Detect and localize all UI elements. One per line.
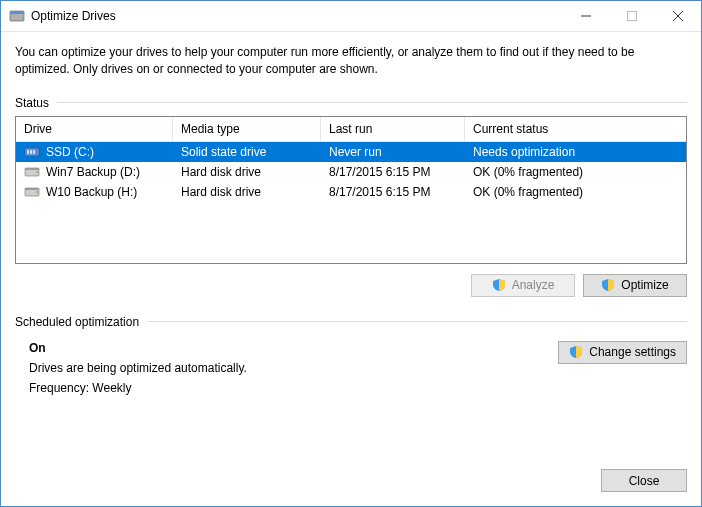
scheduled-frequency: Frequency: Weekly (29, 381, 558, 395)
footer: Close (15, 469, 687, 492)
svg-rect-4 (628, 12, 637, 21)
cell-drive: SSD (C:) (16, 144, 173, 160)
divider (147, 321, 687, 322)
shield-icon (492, 278, 506, 292)
optimize-label: Optimize (621, 278, 668, 292)
minimize-button[interactable] (563, 1, 609, 31)
hdd-icon (24, 164, 40, 180)
window-controls (563, 1, 701, 31)
table-row[interactable]: Win7 Backup (D:)Hard disk drive8/17/2015… (16, 162, 686, 182)
cell-status: OK (0% fragmented) (465, 165, 686, 179)
svg-rect-10 (33, 150, 35, 154)
hdd-icon (24, 184, 40, 200)
scheduled-label: Scheduled optimization (15, 315, 139, 329)
drives-table[interactable]: Drive Media type Last run Current status… (15, 116, 687, 264)
change-settings-button[interactable]: Change settings (558, 341, 687, 364)
window-body: You can optimize your drives to help you… (1, 32, 701, 506)
status-section-header: Status (15, 96, 687, 110)
scheduled-description: Drives are being optimized automatically… (29, 361, 558, 375)
shield-icon (601, 278, 615, 292)
close-button[interactable] (655, 1, 701, 31)
svg-rect-8 (27, 150, 29, 154)
ssd-icon (24, 144, 40, 160)
intro-text: You can optimize your drives to help you… (15, 44, 687, 78)
svg-rect-13 (25, 168, 39, 170)
cell-media: Hard disk drive (173, 185, 321, 199)
divider (57, 102, 687, 103)
cell-drive: W10 Backup (H:) (16, 184, 173, 200)
drive-name: Win7 Backup (D:) (46, 165, 140, 179)
svg-rect-16 (25, 188, 39, 190)
svg-rect-9 (30, 150, 32, 154)
cell-status: OK (0% fragmented) (465, 185, 686, 199)
cell-status: Needs optimization (465, 145, 686, 159)
scheduled-state: On (29, 341, 558, 355)
cell-drive: Win7 Backup (D:) (16, 164, 173, 180)
analyze-button[interactable]: Analyze (471, 274, 575, 297)
scheduled-text: On Drives are being optimized automatica… (29, 341, 558, 401)
col-header-last[interactable]: Last run (321, 117, 465, 141)
app-icon (9, 8, 25, 24)
shield-icon (569, 345, 583, 359)
action-buttons: Analyze Optimize (15, 274, 687, 297)
close-label: Close (629, 474, 660, 488)
svg-point-15 (36, 191, 38, 193)
cell-last: 8/17/2015 6:15 PM (321, 165, 465, 179)
analyze-label: Analyze (512, 278, 555, 292)
change-settings-label: Change settings (589, 345, 676, 359)
window-title: Optimize Drives (31, 9, 563, 23)
table-header: Drive Media type Last run Current status (16, 117, 686, 142)
table-body: SSD (C:)Solid state driveNever runNeeds … (16, 142, 686, 202)
table-row[interactable]: W10 Backup (H:)Hard disk drive8/17/2015 … (16, 182, 686, 202)
drive-name: W10 Backup (H:) (46, 185, 137, 199)
col-header-status[interactable]: Current status (465, 117, 686, 141)
cell-media: Hard disk drive (173, 165, 321, 179)
optimize-button[interactable]: Optimize (583, 274, 687, 297)
col-header-media[interactable]: Media type (173, 117, 321, 141)
col-header-drive[interactable]: Drive (16, 117, 173, 141)
cell-last: Never run (321, 145, 465, 159)
maximize-button[interactable] (609, 1, 655, 31)
drive-name: SSD (C:) (46, 145, 94, 159)
cell-last: 8/17/2015 6:15 PM (321, 185, 465, 199)
status-label: Status (15, 96, 49, 110)
titlebar: Optimize Drives (1, 1, 701, 32)
table-row[interactable]: SSD (C:)Solid state driveNever runNeeds … (16, 142, 686, 162)
cell-media: Solid state drive (173, 145, 321, 159)
svg-point-12 (36, 171, 38, 173)
scheduled-section-header: Scheduled optimization (15, 315, 687, 329)
svg-rect-1 (10, 11, 24, 14)
scheduled-section: On Drives are being optimized automatica… (15, 341, 687, 401)
optimize-drives-window: Optimize Drives You can optimize your dr… (0, 0, 702, 507)
close-button-footer[interactable]: Close (601, 469, 687, 492)
svg-point-2 (21, 18, 23, 20)
